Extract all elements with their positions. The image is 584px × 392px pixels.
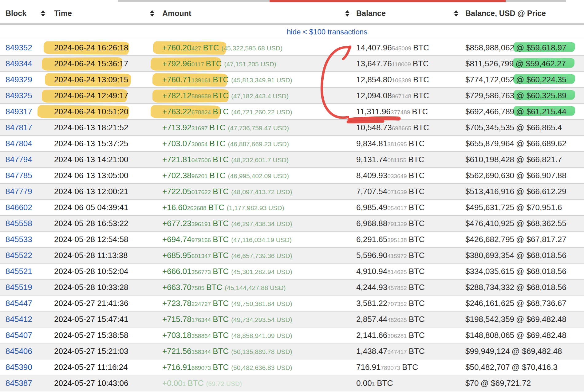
- block-link[interactable]: 845412: [6, 312, 32, 327]
- amount-decimals: 396191: [191, 221, 211, 227]
- block-link[interactable]: 849317: [6, 104, 32, 119]
- amount-decimals: 356773: [191, 269, 211, 275]
- table-row: 847779 2024-06-13 12:00:21 +722.05017622…: [0, 184, 584, 200]
- amount-main: +16.60: [162, 203, 187, 212]
- time-value: 2024-05-28 16:53:22: [54, 216, 128, 231]
- balance-main: 13,647.76: [356, 59, 392, 68]
- block-link[interactable]: 847785: [6, 168, 32, 183]
- balance-decimals: 306281: [387, 333, 407, 339]
- hide-small-transactions-link[interactable]: hide < $100 transactions: [287, 25, 367, 39]
- balance-value: 6,985.49054017BTC: [356, 200, 425, 215]
- block-link[interactable]: 849325: [6, 88, 32, 103]
- amount-usd: (45,301,282.94 USD): [231, 268, 292, 275]
- btc-unit-label: BTC: [409, 315, 425, 324]
- block-link[interactable]: 845521: [6, 264, 32, 279]
- time-value: 2024-06-05 04:39:41: [54, 200, 128, 215]
- block-link[interactable]: 847804: [6, 136, 32, 151]
- balance-usd-value: $198,542,359@ $69,482.48: [465, 312, 566, 327]
- usd-price: @ $68,018.56: [516, 251, 566, 260]
- balance-decimals: 054017: [387, 205, 407, 211]
- amount-usd: (47,151,205 USD): [224, 61, 276, 68]
- btc-unit-label: BTC: [203, 43, 219, 52]
- balance-main: 6,968.88: [356, 219, 387, 228]
- balance-main: 8,409.93: [356, 171, 387, 180]
- amount-value: +721.56158344BTC(50,135,889.78 USD): [162, 343, 292, 359]
- btc-unit-label: BTC: [213, 155, 229, 164]
- usd-price: @ $69,482.48: [512, 347, 562, 356]
- amount-usd: (50,135,889.78 USD): [231, 348, 292, 355]
- sort-icon[interactable]: [454, 9, 459, 17]
- btc-unit-label: BTC: [213, 107, 229, 116]
- time-value: 2024-05-28 10:52:04: [54, 264, 128, 279]
- balance-usd-value: $334,035,615@ $68,018.56: [465, 264, 566, 279]
- usd-total: $288,734,332: [465, 283, 514, 292]
- block-link[interactable]: 845387: [6, 375, 32, 391]
- sort-icon[interactable]: [41, 9, 45, 17]
- amount-main: +703.18: [162, 331, 191, 340]
- block-link[interactable]: 845406: [6, 343, 32, 359]
- amount-value: +677.23396191BTC(46,297,438.34 USD): [162, 216, 292, 231]
- block-link[interactable]: 847817: [6, 120, 32, 135]
- block-link[interactable]: 845447: [6, 296, 32, 311]
- btc-unit-label: BTC: [409, 299, 425, 308]
- balance-decimals: 947417: [387, 349, 407, 355]
- balance-usd-value: $774,172,052@ $60,224.35: [465, 72, 566, 87]
- usd-total: $729,586,763: [465, 91, 514, 100]
- block-link[interactable]: 845519: [6, 280, 32, 295]
- balance-decimals: 789073: [381, 365, 400, 371]
- usd-price: @ $68,018.56: [516, 267, 566, 276]
- amount-decimals: 31697: [191, 125, 208, 131]
- balance-decimals: 081155: [387, 157, 406, 163]
- amount-decimals: 0117: [191, 61, 204, 68]
- block-link[interactable]: 845558: [6, 216, 32, 231]
- sort-icon[interactable]: [345, 9, 350, 17]
- block-link[interactable]: 849329: [6, 72, 32, 87]
- block-link[interactable]: 845407: [6, 327, 32, 343]
- btc-unit-label: BTC: [413, 43, 429, 52]
- balance-usd-value: $148,808,065@ $69,482.48: [465, 327, 566, 343]
- amount-decimals: 176344: [191, 317, 211, 323]
- btc-unit-label: BTC: [409, 219, 425, 228]
- table-row: 847817 2024-06-13 18:21:52 +713.9231697B…: [0, 120, 584, 136]
- amount-main: +721.81: [162, 155, 191, 164]
- balance-usd-value: $655,879,964@ $66,689.62: [465, 136, 566, 151]
- table-row: 845412 2024-05-27 15:47:41 +715.78176344…: [0, 312, 584, 327]
- btc-unit-label: BTC: [409, 139, 425, 148]
- amount-main: +0.00: [162, 378, 183, 388]
- table-row: 845447 2024-05-27 21:41:36 +723.78224727…: [0, 296, 584, 312]
- column-header-amount: Amount: [162, 6, 191, 20]
- block-link[interactable]: 845522: [6, 248, 32, 263]
- usd-total: $334,035,615: [465, 267, 514, 276]
- btc-unit-label: BTC: [213, 267, 229, 276]
- btc-unit-label: BTC: [213, 219, 229, 228]
- time-value: 2024-06-24 10:51:20: [54, 104, 128, 119]
- balance-main: 6,291.65: [356, 235, 387, 244]
- block-link[interactable]: 849352: [6, 40, 32, 55]
- time-value: 2024-05-27 15:21:03: [54, 343, 128, 359]
- balance-value: 12,094.08967148BTC: [356, 88, 429, 103]
- block-link[interactable]: 846602: [6, 200, 32, 215]
- block-link[interactable]: 845533: [6, 232, 32, 247]
- balance-main: 1,438.47: [356, 347, 387, 356]
- amount-value: +722.05017622BTC(48,097,413.72 USD): [162, 184, 292, 199]
- usd-price: @ $59,462.27: [515, 59, 566, 68]
- block-link[interactable]: 845390: [6, 359, 32, 375]
- sort-icon[interactable]: [150, 9, 155, 17]
- time-value: 2024-06-13 18:21:52: [54, 120, 128, 135]
- balance-main: 10,548.73: [356, 123, 392, 132]
- block-link[interactable]: 847779: [6, 184, 32, 199]
- amount-decimals: 262688: [187, 205, 206, 211]
- table-row: 845519 2024-05-28 10:33:28 +663.707505BT…: [0, 280, 584, 296]
- amount-value: +703.0730054BTC(46,887,669.23 USD): [162, 136, 289, 151]
- block-link[interactable]: 849344: [6, 56, 32, 71]
- balance-usd-value: $380,693,354@ $68,018.56: [465, 248, 566, 263]
- time-value: 2024-05-27 15:47:41: [54, 312, 128, 327]
- amount-value: +760.20427BTC(45,322,595.68 USD): [162, 40, 282, 55]
- block-link[interactable]: 847794: [6, 152, 32, 167]
- btc-unit-label: BTC: [377, 378, 393, 388]
- balance-usd-value: $495,631,725@ $70,951.6: [465, 200, 562, 215]
- btc-unit-label: BTC: [187, 378, 203, 388]
- amount-main: +702.38: [162, 171, 191, 180]
- time-value: 2024-05-28 11:13:38: [54, 248, 128, 263]
- amount-value: +16.60262688BTC(1,177,982.93 USD): [162, 200, 284, 215]
